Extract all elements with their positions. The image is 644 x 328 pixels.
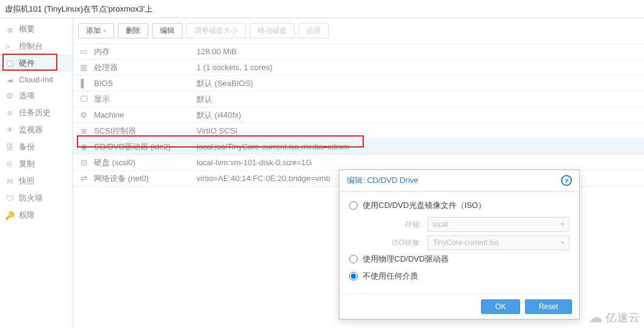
sidebar-item-label: 快照 xyxy=(19,176,35,187)
sidebar-item-label: 控制台 xyxy=(19,41,43,52)
sidebar-item-label: 硬件 xyxy=(19,58,35,69)
sidebar-item-label: 监视器 xyxy=(19,124,43,135)
move-disk-button: 移动磁盘 xyxy=(250,23,295,38)
edit-button[interactable]: 编辑 xyxy=(152,23,183,38)
close-icon[interactable]: ✕ xyxy=(561,175,572,186)
gear-icon: ⚙ xyxy=(5,91,15,101)
disc-icon: ◉ xyxy=(78,142,89,151)
sidebar-item-taskhistory[interactable]: ≡ 任务历史 xyxy=(0,104,73,121)
chevron-down-icon: ▾ xyxy=(561,236,564,249)
snapshot-icon: ✉ xyxy=(5,177,15,186)
hw-label: Machine xyxy=(94,110,192,119)
hw-label: 显示 xyxy=(94,94,192,105)
iso-select: TinyCore-current.iso ▾ xyxy=(427,235,570,250)
hw-value: 128.00 MiB xyxy=(197,47,639,56)
resize-disk-button: 调整磁盘大小 xyxy=(186,23,246,38)
radio-input-none[interactable] xyxy=(349,272,358,280)
add-button[interactable]: 添加 ▾ xyxy=(78,23,114,38)
sidebar-item-label: Cloud-Init xyxy=(19,75,53,84)
page-title: 虚拟机101 (TinyLinux)在节点'proxmox3'上 xyxy=(5,4,153,13)
hw-row-memory[interactable]: ▭ 内存 128.00 MiB xyxy=(73,44,644,60)
radio-label: 使用CD/DVD光盘镜像文件（ISO） xyxy=(363,200,486,211)
radio-use-physical[interactable]: 使用物理CD/DVD驱动器 xyxy=(349,254,570,265)
hw-label: 硬盘 (scsi0) xyxy=(94,157,192,168)
radio-label: 不使用任何介质 xyxy=(363,271,418,282)
storage-select: local ▾ xyxy=(427,217,570,232)
radio-label: 使用物理CD/DVD驱动器 xyxy=(363,254,449,265)
remove-button[interactable]: 删除 xyxy=(118,23,148,38)
sidebar-item-hardware[interactable]: 🖵 硬件 xyxy=(0,55,73,72)
toolbar: 添加 ▾ 删除 编辑 调整磁盘大小 移动磁盘 还原 xyxy=(73,18,644,44)
hw-row-harddisk[interactable]: ⊟ 硬盘 (scsi0) local-lvm:vm-101-disk-0,siz… xyxy=(73,155,644,171)
list-icon: ≣ xyxy=(5,25,15,34)
edit-cddvd-dialog: 编辑: CD/DVD Drive ✕ 使用CD/DVD光盘镜像文件（ISO） 存… xyxy=(339,169,580,319)
watermark: ☁ 亿速云 xyxy=(589,310,640,326)
sidebar-item-firewall[interactable]: 🛡 防火墙 xyxy=(0,190,73,207)
radio-input-iso[interactable] xyxy=(349,201,358,210)
sidebar-item-label: 权限 xyxy=(19,210,35,221)
radio-use-iso[interactable]: 使用CD/DVD光盘镜像文件（ISO） xyxy=(349,200,570,211)
key-icon: 🔑 xyxy=(5,211,15,220)
cpu-icon: ▥ xyxy=(78,63,89,72)
hw-row-cddvd[interactable]: ◉ CD/DVD驱动器 (ide2) local:iso/TinyCore-cu… xyxy=(73,139,644,155)
bios-icon: ▌ xyxy=(78,79,89,88)
hw-label: 内存 xyxy=(94,46,192,57)
archive-icon: 🗄 xyxy=(5,143,15,152)
hw-label: SCSI控制器 xyxy=(94,126,192,137)
hw-label: CD/DVD驱动器 (ide2) xyxy=(94,141,192,152)
sidebar-item-label: 选项 xyxy=(19,90,35,101)
sidebar-item-console[interactable]: >_ 控制台 xyxy=(0,38,73,55)
sidebar-item-replication[interactable]: ⎘ 复制 xyxy=(0,155,73,173)
display-icon: 🖵 xyxy=(78,94,89,104)
hw-value: VirtIO SCSI xyxy=(197,126,639,135)
hw-label: 处理器 xyxy=(94,62,192,73)
window-title-bar: 虚拟机101 (TinyLinux)在节点'proxmox3'上 xyxy=(0,0,644,18)
sidebar-item-summary[interactable]: ≣ 概要 xyxy=(0,21,73,38)
reset-button[interactable]: Reset xyxy=(525,299,572,314)
sidebar-item-snapshot[interactable]: ✉ 快照 xyxy=(0,173,73,190)
monitor-icon: 🖵 xyxy=(5,59,15,68)
network-icon: ⇄ xyxy=(78,174,89,183)
chevron-down-icon: ▾ xyxy=(103,27,106,34)
machine-icon: ⚙ xyxy=(78,110,89,119)
terminal-icon: >_ xyxy=(5,42,15,51)
memory-icon: ▭ xyxy=(78,47,89,56)
chevron-down-icon: ▾ xyxy=(561,218,564,231)
cloud-logo-icon: ☁ xyxy=(589,310,603,326)
sidebar-item-label: 备份 xyxy=(19,141,35,152)
hw-label: BIOS xyxy=(94,79,192,88)
sidebar-item-label: 复制 xyxy=(19,159,35,169)
hw-value: local-lvm:vm-101-disk-0,size=1G xyxy=(197,158,639,167)
hw-value: 默认 xyxy=(197,94,639,105)
sidebar-item-cloudinit[interactable]: ☁ Cloud-Init xyxy=(0,72,73,87)
revert-button: 还原 xyxy=(298,23,329,38)
iso-label: ISO映像: xyxy=(377,238,421,248)
sidebar-item-backup[interactable]: 🗄 备份 xyxy=(0,138,73,155)
hw-value: 默认 (SeaBIOS) xyxy=(197,78,639,89)
sidebar-item-options[interactable]: ⚙ 选项 xyxy=(0,87,73,104)
hw-row-bios[interactable]: ▌ BIOS 默认 (SeaBIOS) xyxy=(73,76,644,91)
sidebar-item-label: 概要 xyxy=(19,24,35,35)
hw-row-display[interactable]: 🖵 显示 默认 xyxy=(73,91,644,107)
hw-value: 1 (1 sockets, 1 cores) xyxy=(197,63,639,72)
cloud-icon: ☁ xyxy=(5,75,15,84)
hw-value: local:iso/TinyCore-current.iso,media=cdr… xyxy=(197,142,639,151)
hw-row-cpu[interactable]: ▥ 处理器 1 (1 sockets, 1 cores) xyxy=(73,60,644,76)
scsi-icon: ≣ xyxy=(78,126,89,135)
hw-row-scsi[interactable]: ≣ SCSI控制器 VirtIO SCSI xyxy=(73,123,644,139)
hdd-icon: ⊟ xyxy=(78,158,89,167)
sidebar: ≣ 概要 >_ 控制台 🖵 硬件 ☁ Cloud-Init ⚙ 选项 ≡ 任务历… xyxy=(0,18,73,328)
eye-icon: 👁 xyxy=(5,126,15,135)
ok-button[interactable]: OK xyxy=(481,299,519,314)
hw-row-machine[interactable]: ⚙ Machine 默认 (i440fx) xyxy=(73,107,644,123)
sidebar-item-monitor[interactable]: 👁 监视器 xyxy=(0,121,73,138)
copy-icon: ⎘ xyxy=(5,160,15,169)
sidebar-item-permissions[interactable]: 🔑 权限 xyxy=(0,207,73,224)
radio-input-physical[interactable] xyxy=(349,255,358,263)
radio-use-none[interactable]: 不使用任何介质 xyxy=(349,271,570,282)
history-icon: ≡ xyxy=(5,109,15,118)
sidebar-item-label: 防火墙 xyxy=(19,193,43,204)
hw-label: 网络设备 (net0) xyxy=(94,173,192,184)
shield-icon: 🛡 xyxy=(5,194,15,203)
hw-value: 默认 (i440fx) xyxy=(197,110,639,121)
